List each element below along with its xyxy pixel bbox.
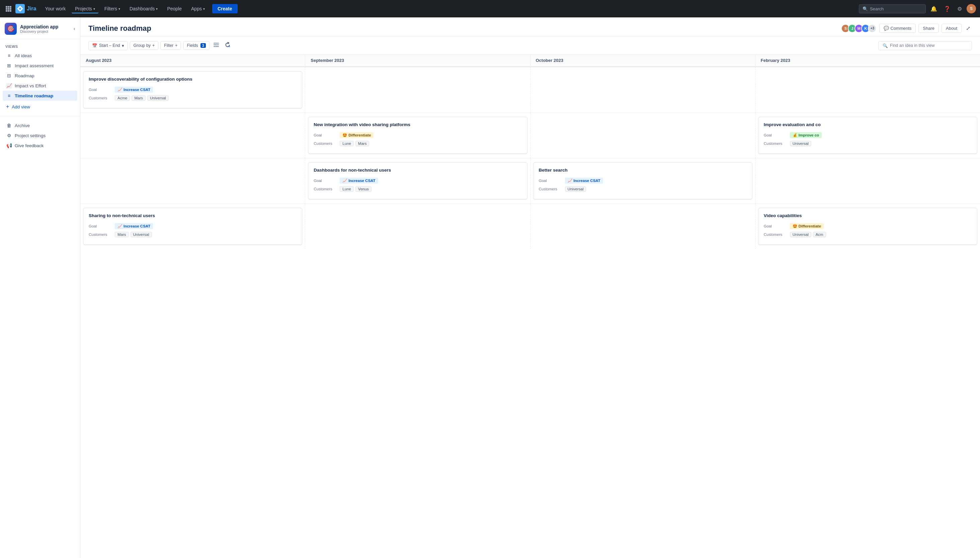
search-ideas-placeholder: Find an idea in this view [890, 43, 934, 48]
nav-filters[interactable]: Filters ▾ [101, 4, 123, 13]
month-header-october: October 2023 [531, 54, 755, 67]
sidebar-collapse-button[interactable]: ‹ [74, 26, 75, 32]
nav-your-work[interactable]: Your work [41, 4, 69, 13]
nav-people[interactable]: People [164, 4, 185, 13]
impact-assessment-label: Impact assessment [15, 63, 54, 68]
roadmap-icon: ⊟ [6, 73, 12, 78]
nav-projects[interactable]: Projects ▾ [72, 4, 99, 13]
idea-card-dashboards[interactable]: Dashboards for non-technical users Goal … [308, 162, 527, 199]
goal-emoji: 💰 [793, 133, 797, 138]
settings-button[interactable]: ⚙ [955, 4, 964, 14]
apps-grid-icon[interactable] [4, 4, 13, 13]
filter-button[interactable]: Filter + [160, 41, 181, 50]
toolbar: 📅 Start – End ▾ Group by + Filter + Fiel… [81, 37, 980, 54]
goal-label: Goal [764, 133, 787, 137]
idea-card-better-search[interactable]: Better search Goal 📈 Increase CSAT Custo… [533, 162, 752, 199]
apps-chevron: ▾ [203, 7, 205, 11]
impact-assessment-icon: ⊞ [6, 63, 12, 68]
customers-list: Universal [565, 186, 586, 192]
idea-card-video-capabilities[interactable]: Video capabilities Goal 🤩 Differentiate … [758, 208, 977, 245]
customers-list: Lune Mars [340, 141, 369, 146]
group-by-button[interactable]: Group by + [130, 41, 159, 50]
customers-label: Customers [89, 96, 112, 100]
global-search[interactable]: 🔍 Search [859, 4, 926, 13]
svg-rect-9 [214, 43, 219, 43]
views-section: VIEWS ≡ All ideas ⊞ Impact assessment ⊟ … [0, 39, 80, 113]
group-by-plus: + [152, 43, 155, 48]
add-view-button[interactable]: + Add view [3, 101, 77, 112]
customers-label: Customers [764, 233, 787, 236]
projects-chevron: ▾ [94, 7, 95, 11]
customers-label: Customers [539, 187, 562, 191]
customer-universal: Universal [147, 95, 169, 101]
project-settings-label: Project settings [15, 133, 46, 138]
row4-col2 [305, 204, 530, 249]
nav-apps[interactable]: Apps ▾ [188, 4, 208, 13]
search-ideas-icon: 🔍 [883, 43, 888, 48]
idea-customers-field: Customers Universal [539, 186, 747, 192]
idea-card-video-integration[interactable]: New integration with video sharing platf… [308, 117, 527, 154]
customer-acme: Acme [115, 95, 130, 101]
goal-tag: 📈 Increase CSAT [115, 87, 153, 93]
idea-card-improve-evaluation[interactable]: Improve evaluation and co Goal 💰 Improve… [758, 117, 977, 154]
share-button[interactable]: Share [918, 24, 939, 33]
notifications-button[interactable]: 🔔 [929, 4, 939, 14]
goal-tag: 💰 Improve co [790, 132, 822, 138]
row1-col3 [531, 67, 755, 112]
expand-button[interactable]: ⤢ [964, 23, 972, 33]
refresh-button[interactable] [223, 40, 232, 51]
sidebar-item-give-feedback[interactable]: 📢 Give feedback [3, 141, 77, 151]
page-title: Timeline roadmap [88, 24, 841, 33]
customer-universal: Universal [790, 232, 811, 237]
filter-plus: + [175, 43, 178, 48]
help-button[interactable]: ❓ [942, 4, 952, 14]
jira-wordmark: Jira [27, 6, 36, 12]
row1-col4 [755, 67, 980, 112]
row3-col1 [81, 158, 305, 204]
create-button[interactable]: Create [212, 4, 238, 13]
goal-emoji: 🤩 [342, 133, 347, 138]
nav-logo[interactable]: Jira [15, 4, 36, 13]
customer-universal: Universal [565, 186, 586, 192]
collaborator-avatar-count[interactable]: +3 [868, 24, 876, 33]
svg-rect-5 [10, 8, 12, 10]
project-header: 🎯 Appreciation app Discovery project ‹ [0, 17, 80, 39]
view-options-button[interactable] [212, 40, 221, 51]
timeline-row-2: New integration with video sharing platf… [81, 113, 980, 158]
sidebar-item-roadmap[interactable]: ⊟ Roadmap [3, 71, 77, 80]
idea-goal-field: Goal 📈 Increase CSAT [314, 178, 521, 184]
sidebar-item-impact-vs-effort[interactable]: 📈 Impact vs Effort [3, 80, 77, 91]
idea-customers-field: Customers Universal Acm [764, 232, 972, 237]
sidebar-item-all-ideas[interactable]: ≡ All ideas [3, 51, 77, 61]
sidebar-item-impact-assessment[interactable]: ⊞ Impact assessment [3, 61, 77, 71]
user-avatar[interactable]: S [967, 4, 976, 13]
svg-rect-14 [215, 46, 215, 47]
sidebar-item-project-settings[interactable]: ⚙ Project settings [3, 130, 77, 141]
project-name: Appreciation app [20, 24, 58, 30]
comments-button[interactable]: 💬 Comments [879, 24, 916, 33]
about-button[interactable]: About [942, 24, 962, 33]
idea-title: Better search [539, 167, 747, 174]
idea-card-sharing[interactable]: Sharing to non-technical users Goal 📈 In… [83, 208, 302, 245]
sidebar-bottom-section: 🗑 Archive ⚙ Project settings 📢 Give feed… [0, 119, 80, 152]
nav-dashboards[interactable]: Dashboards ▾ [126, 4, 161, 13]
goal-tag: 📈 Increase CSAT [340, 178, 378, 184]
sidebar-item-archive[interactable]: 🗑 Archive [3, 120, 77, 130]
svg-rect-13 [217, 44, 217, 46]
idea-title: Improve evaluation and co [764, 122, 972, 128]
idea-customers-field: Customers Lune Venus [314, 186, 521, 192]
give-feedback-label: Give feedback [15, 143, 43, 148]
main-content: Timeline roadmap S J M K +3 💬 Comments S… [81, 17, 980, 558]
row4-col4: Video capabilities Goal 🤩 Differentiate … [755, 204, 980, 249]
sidebar-item-timeline-roadmap[interactable]: ≡ Timeline roadmap [3, 91, 77, 101]
sidebar-divider-1 [0, 116, 80, 117]
timeline-body: August 2023 September 2023 October 2023 … [81, 54, 980, 558]
goal-label: Goal [89, 224, 112, 228]
svg-rect-4 [8, 8, 9, 10]
idea-card-discoverability[interactable]: Improve discoverability of configuration… [83, 71, 302, 108]
fields-button[interactable]: Fields 3 [183, 41, 209, 50]
idea-title: New integration with video sharing platf… [314, 122, 521, 128]
archive-icon: 🗑 [6, 123, 12, 128]
search-ideas-input[interactable]: 🔍 Find an idea in this view [878, 41, 972, 50]
date-range-button[interactable]: 📅 Start – End ▾ [88, 41, 128, 50]
